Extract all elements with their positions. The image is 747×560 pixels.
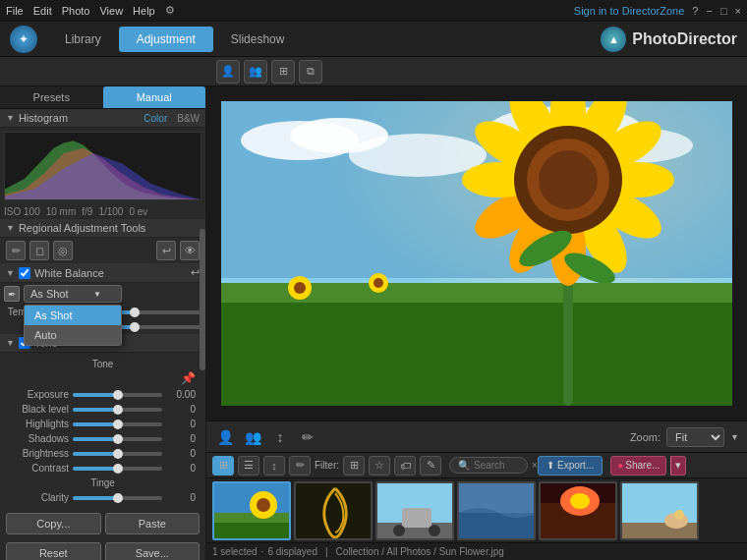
app-header: ✦ Library Adjustment Slideshow ▲ PhotoDi… [0,22,747,57]
reset-tool-btn[interactable]: ↩ [156,241,176,260]
thumb-3[interactable] [375,481,454,540]
wb-dropdown-menu: As Shot Auto [24,305,122,346]
tone-pin-btn[interactable]: 📌 [181,371,196,385]
settings-icon[interactable]: ⚙ [165,4,175,17]
thumb-1[interactable] [212,481,291,540]
person-view-btn[interactable]: 👤 [214,426,236,448]
menu-photo[interactable]: Photo [62,5,90,17]
contrast-value: 0 [166,463,196,474]
export-button[interactable]: ⬆ Export... [538,456,603,476]
menu-view[interactable]: View [99,5,123,17]
brush-tool-btn[interactable]: ✏ [6,241,26,260]
svg-point-35 [257,498,270,512]
reset-button[interactable]: Reset [6,542,101,560]
wb-eyedropper-btn[interactable]: ✒ [4,286,20,302]
histogram-arrow: ▼ [6,113,15,123]
exposure-row: Exposure 0.00 [6,387,200,402]
people-view-btn[interactable]: 👥 [242,426,263,448]
exposure-slider[interactable] [73,393,162,397]
filter-grid-btn[interactable]: ⊞ [343,456,365,476]
clarity-label: Clarity [10,492,69,503]
copy-button[interactable]: Copy... [6,513,101,534]
save-button[interactable]: Save... [105,542,201,560]
histogram-bw-tab[interactable]: B&W [177,113,200,124]
close-button[interactable]: × [735,5,741,17]
brightness-row: Brightness 0 [6,446,200,461]
grid-view-btn[interactable]: ⊞ [212,456,234,476]
zoom-label: Zoom: [630,431,661,443]
edit-btn[interactable]: ✏ [297,426,318,448]
edit-pencil-btn[interactable]: ✏ [289,456,311,476]
radial-tool-btn[interactable]: ◎ [53,241,73,260]
person-icon-btn[interactable]: 👤 [216,60,240,84]
help-icon[interactable]: ? [692,5,698,17]
sort-btn[interactable]: ↕ [269,426,291,448]
search-input[interactable] [474,460,528,471]
histogram-color-tab[interactable]: Color [144,113,167,124]
wb-arrow: ▼ [6,268,15,278]
brightness-slider[interactable] [73,452,162,456]
filter-tag-btn[interactable]: 🏷 [394,456,416,476]
menu-file[interactable]: File [6,5,24,17]
tab-adjustment[interactable]: Adjustment [119,27,213,52]
contrast-slider[interactable] [73,467,162,471]
regional-tools-header[interactable]: ▼ Regional Adjustment Tools [0,219,205,238]
people-icon-btn[interactable]: 👥 [244,60,267,84]
maximize-button[interactable]: □ [720,5,727,17]
menu-help[interactable]: Help [133,5,155,17]
share-dropdown-arrow[interactable]: ▾ [670,456,686,476]
tinge-label: Tinge [6,476,200,490]
black-level-slider[interactable] [73,408,162,412]
zoom-select[interactable]: Fit 25% 50% 75% 100% 200% [666,427,724,447]
tab-library[interactable]: Library [47,27,119,52]
histogram-section-header[interactable]: ▼ Histogram Color B&W [0,109,205,128]
exposure-label: Exposure [10,389,69,400]
paste-button[interactable]: Paste [105,513,201,534]
contrast-row: Contrast 0 [6,461,200,476]
clarity-slider[interactable] [73,496,162,500]
wb-label: White Balance [34,267,104,279]
scroll-indicator[interactable] [200,229,205,371]
sort-order-btn[interactable]: ↕ [263,456,285,476]
tab-manual[interactable]: Manual [103,86,206,108]
compare-icon-btn[interactable]: ⧉ [299,60,322,84]
hist-shutter: 1/100 [98,206,123,217]
thumb-4[interactable] [457,481,536,540]
minimize-button[interactable]: − [706,5,712,17]
filter-star-btn[interactable]: ☆ [369,456,390,476]
wb-select-button[interactable]: As Shot ▼ [24,285,122,303]
list-view-btn[interactable]: ☰ [238,456,259,476]
share-button[interactable]: ● Share... [610,456,666,476]
thumb-6[interactable] [620,481,699,540]
path-separator: | [325,546,328,557]
gradient-tool-btn[interactable]: ◻ [29,241,49,260]
wb-reset-icon[interactable]: ↩ [191,266,200,279]
main-photo [221,101,732,406]
tab-presets[interactable]: Presets [0,86,103,108]
menu-edit[interactable]: Edit [33,5,52,17]
visibility-tool-btn[interactable]: 👁 [180,241,200,260]
highlights-slider[interactable] [73,422,162,426]
search-clear-icon[interactable]: × [532,460,538,471]
thumb-5[interactable] [539,481,617,540]
svg-point-47 [570,493,590,509]
thumb-2[interactable] [294,481,373,540]
sign-in-link[interactable]: Sign in to DirectorZone [574,5,685,17]
wb-option-as-shot[interactable]: As Shot [25,306,121,325]
svg-point-51 [674,510,684,520]
panel-tabs: Presets Manual [0,86,205,109]
wb-section-header[interactable]: ▼ White Balance ↩ [0,263,205,283]
tab-slideshow[interactable]: Slideshow [213,27,303,52]
grid-icon-btn[interactable]: ⊞ [271,60,295,84]
shadows-slider[interactable] [73,437,162,441]
wb-option-auto[interactable]: Auto [25,325,121,345]
clarity-value: 0 [166,492,196,503]
filter-edit-btn[interactable]: ✎ [420,456,441,476]
clarity-row: Clarity 0 [6,490,200,505]
svg-point-41 [429,525,440,536]
tone-sublabel: Tone [6,357,200,371]
svg-rect-39 [402,508,431,528]
wb-checkbox[interactable] [19,267,30,279]
regional-label: Regional Adjustment Tools [19,222,145,234]
wb-selected-value: As Shot [30,288,69,300]
